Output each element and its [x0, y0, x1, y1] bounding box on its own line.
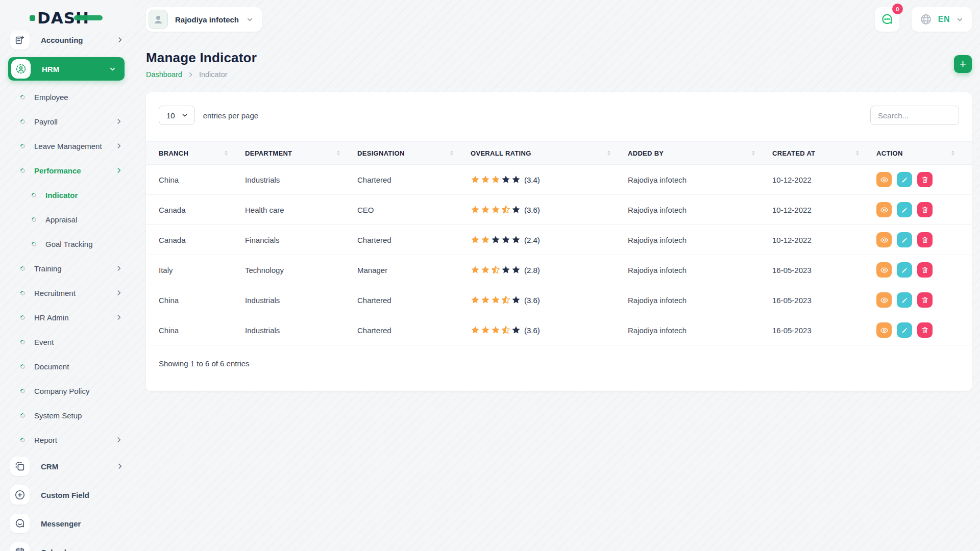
- trash-icon: [921, 176, 929, 184]
- pencil-icon: [901, 176, 909, 184]
- sidebar-item-messenger[interactable]: Messenger: [0, 509, 134, 538]
- sidebar-item-custom-field[interactable]: Custom Field: [0, 481, 134, 509]
- delete-button[interactable]: [917, 322, 933, 338]
- sidebar-item-document[interactable]: Document: [0, 354, 134, 379]
- sidebar-item-training[interactable]: Training: [0, 256, 134, 281]
- edit-button[interactable]: [897, 232, 912, 247]
- hrm-icon: [11, 59, 31, 79]
- sidebar-item-crm[interactable]: CRM: [0, 452, 134, 481]
- entries-per-page-select[interactable]: 10: [159, 106, 195, 125]
- sidebar-item-employee[interactable]: Employee: [0, 85, 134, 109]
- column-header-added-by[interactable]: ADDED BY: [628, 149, 772, 157]
- sidebar-item-hr-admin[interactable]: HR Admin: [0, 305, 134, 330]
- sidebar-item-label: HR Admin: [34, 313, 69, 322]
- cell-created-at: 16-05-2023: [772, 266, 876, 274]
- sidebar-item-company-policy[interactable]: Company Policy: [0, 379, 134, 403]
- sidebar-item-indicator[interactable]: Indicator: [0, 183, 134, 207]
- chevron-right-icon: [187, 71, 194, 78]
- trash-icon: [921, 296, 929, 304]
- sidebar-item-calendar[interactable]: Calendar: [0, 538, 134, 551]
- sidebar-item-hrm[interactable]: HRM: [8, 57, 125, 81]
- sidebar-item-label: Performance: [34, 166, 81, 175]
- sidebar-item-system-setup[interactable]: System Setup: [0, 403, 134, 428]
- sidebar-item-label: Company Policy: [34, 387, 89, 395]
- delete-button[interactable]: [917, 292, 933, 308]
- table-header-row: BRANCHDEPARTMENTDESIGNATIONOVERALL RATIN…: [146, 141, 972, 165]
- sidebar-item-appraisal[interactable]: Appraisal: [0, 207, 134, 232]
- column-header-designation[interactable]: DESIGNATION: [357, 149, 471, 157]
- sidebar-item-label: Goal Tracking: [45, 240, 93, 248]
- edit-button[interactable]: [897, 172, 912, 187]
- view-button[interactable]: [876, 322, 892, 338]
- column-label: DEPARTMENT: [245, 149, 292, 157]
- cell-branch: Canada: [159, 206, 245, 214]
- column-header-branch[interactable]: BRANCH: [159, 149, 245, 157]
- rating-value: (3.6): [524, 326, 540, 335]
- column-header-department[interactable]: DEPARTMENT: [245, 149, 357, 157]
- star-full-icon: [481, 325, 490, 335]
- table-row: ChinaIndustrialsChartered(3.6)Rajodiya i…: [146, 285, 972, 315]
- cell-designation: Chartered: [357, 236, 471, 244]
- column-label: ACTION: [876, 149, 903, 157]
- cell-added-by: Rajodiya infotech: [628, 206, 772, 214]
- view-button[interactable]: [876, 262, 892, 278]
- chevron-down-icon: [109, 65, 116, 73]
- sort-icon: [750, 149, 757, 157]
- delete-button[interactable]: [917, 202, 933, 217]
- chevron-down-icon: [246, 16, 254, 23]
- sidebar-item-event[interactable]: Event: [0, 330, 134, 354]
- messages-button[interactable]: 0: [875, 7, 899, 32]
- trash-icon: [921, 326, 929, 334]
- chat-bubble-icon: [880, 13, 894, 26]
- chevron-right-icon: [115, 118, 122, 125]
- cell-created-at: 10-12-2022: [772, 176, 876, 184]
- sidebar-item-leave-management[interactable]: Leave Management: [0, 134, 134, 158]
- sidebar-item-label: Document: [34, 362, 69, 371]
- bullet-icon: [19, 290, 26, 296]
- column-header-created-at[interactable]: CREATED AT: [772, 149, 876, 157]
- sidebar-item-report[interactable]: Report: [0, 428, 134, 452]
- delete-button[interactable]: [917, 262, 933, 278]
- delete-button[interactable]: [917, 232, 933, 247]
- pencil-icon: [901, 327, 909, 334]
- cell-added-by: Rajodiya infotech: [628, 266, 772, 274]
- cell-designation: Chartered: [357, 296, 471, 305]
- sidebar-item-label: Accounting: [41, 36, 83, 44]
- sidebar-item-performance[interactable]: Performance: [0, 158, 134, 183]
- cell-designation: Manager: [357, 266, 471, 274]
- column-header-action[interactable]: ACTION: [876, 149, 972, 157]
- eye-icon: [880, 176, 889, 184]
- eye-icon: [880, 296, 889, 305]
- edit-button[interactable]: [897, 292, 912, 308]
- cell-created-at: 16-05-2023: [772, 296, 876, 305]
- cell-designation: Chartered: [357, 326, 471, 335]
- plus-circle-icon: [10, 485, 30, 505]
- breadcrumb-dashboard-link[interactable]: Dashboard: [146, 70, 182, 79]
- view-button[interactable]: [876, 202, 892, 217]
- edit-button[interactable]: [897, 202, 912, 217]
- star-empty-icon: [511, 235, 521, 244]
- view-button[interactable]: [876, 232, 892, 247]
- edit-button[interactable]: [897, 322, 912, 338]
- crm-icon: [10, 457, 30, 476]
- language-selector[interactable]: EN: [912, 7, 972, 32]
- view-button[interactable]: [876, 172, 892, 187]
- view-button[interactable]: [876, 292, 892, 308]
- company-selector[interactable]: Rajodiya infotech: [146, 7, 262, 32]
- sidebar-item-recruitment[interactable]: Recruitment: [0, 281, 134, 305]
- sidebar-item-payroll[interactable]: Payroll: [0, 109, 134, 134]
- logo-dot-icon: [30, 15, 35, 21]
- search-input[interactable]: [870, 106, 959, 125]
- star-empty-icon: [511, 325, 521, 335]
- cell-department: Technology: [245, 266, 357, 274]
- rating-value: (2.4): [524, 236, 540, 244]
- messenger-icon: [10, 514, 30, 533]
- delete-button[interactable]: [917, 172, 933, 187]
- add-indicator-button[interactable]: +: [954, 55, 972, 73]
- star-full-icon: [471, 265, 480, 274]
- star-empty-icon: [511, 265, 521, 274]
- brand-logo[interactable]: DASH: [30, 9, 89, 27]
- edit-button[interactable]: [897, 262, 912, 278]
- column-header-overall-rating[interactable]: OVERALL RATING: [471, 149, 628, 157]
- sidebar-item-goal-tracking[interactable]: Goal Tracking: [0, 232, 134, 256]
